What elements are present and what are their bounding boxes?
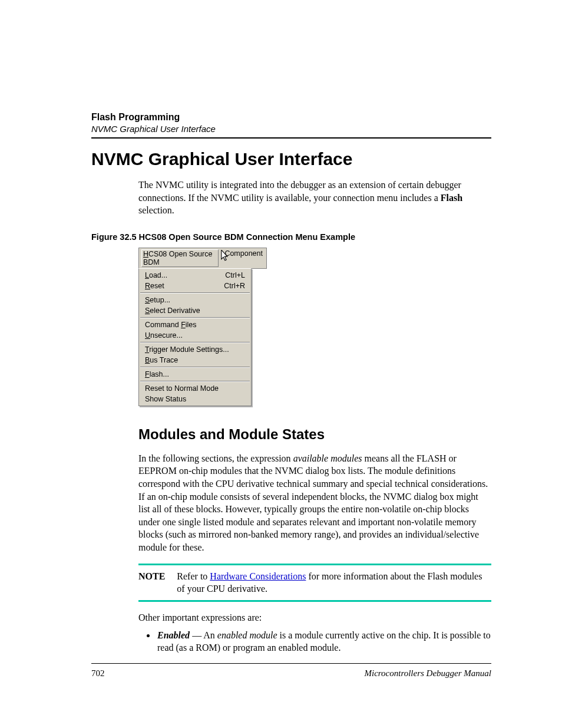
menu-separator	[140, 381, 250, 382]
section-name: NVMC Graphical User Interface	[91, 124, 491, 134]
accel-label: Ctrl+L	[225, 271, 245, 279]
menubar: HCS08 Open Source BDM Component	[138, 248, 267, 269]
page-title: NVMC Graphical User Interface	[91, 149, 491, 169]
intro-paragraph: The NVMC utility is integrated into the …	[138, 179, 491, 217]
link-hardware-considerations[interactable]: Hardware Considerations	[210, 571, 306, 581]
manual-title: Microcontrollers Debugger Manual	[364, 668, 491, 678]
intro-text-post: selection.	[138, 205, 174, 215]
subheading-modules: Modules and Module States	[138, 426, 491, 443]
note-box: NOTE Refer to Hardware Considerations fo…	[138, 564, 491, 602]
list-intro: Other important expressions are:	[138, 612, 491, 623]
header-rule	[91, 137, 491, 139]
menu-item-bus-trace[interactable]: Bus Trace	[139, 355, 251, 365]
menu-item-load[interactable]: Load...Ctrl+L	[139, 270, 251, 281]
intro-bold: Flash	[441, 193, 462, 203]
menu-item-unsecure[interactable]: Unsecure...	[139, 330, 251, 341]
expression-list: Enabled — An enabled module is a module …	[156, 629, 491, 654]
para1-em: available modules	[293, 453, 362, 463]
note-label: NOTE	[138, 570, 165, 595]
dropdown-menu: Load...Ctrl+L ResetCtrl+R Setup... Selec…	[138, 268, 252, 406]
chapter-name: Flash Programming	[91, 112, 491, 123]
note-text: Refer to Hardware Considerations for mor…	[177, 570, 491, 595]
para1-post: means all the FLASH or EEPROM on-chip mo…	[138, 453, 488, 552]
menu-item-flash[interactable]: Flash...	[139, 369, 251, 380]
page-number: 702	[91, 668, 105, 678]
menu-separator	[140, 342, 250, 343]
term-enabled: Enabled	[157, 630, 190, 640]
intro-text-pre: The NVMC utility is integrated into the …	[138, 180, 461, 203]
figure-caption: Figure 32.5 HCS08 Open Source BDM Connec…	[91, 232, 491, 242]
menu-item-show-status[interactable]: Show Status	[139, 394, 251, 404]
menu-item-reset-normal[interactable]: Reset to Normal Mode	[139, 383, 251, 394]
menubar-tab-hcs08[interactable]: HCS08 Open Source BDM	[141, 249, 219, 267]
menu-item-trigger-settings[interactable]: Trigger Module Settings...	[139, 344, 251, 355]
list-item-enabled: Enabled — An enabled module is a module …	[156, 629, 491, 654]
accel-label: Ctrl+R	[224, 282, 245, 290]
figure-menu-screenshot: HCS08 Open Source BDM Component Load...C…	[138, 248, 267, 406]
menu-separator	[140, 367, 250, 368]
para1-pre: In the following sections, the expressio…	[138, 453, 293, 463]
menubar-tab-component[interactable]: Component	[223, 249, 264, 267]
menu-separator	[140, 292, 250, 294]
menu-item-reset[interactable]: ResetCtrl+R	[139, 281, 251, 291]
menu-item-select-derivative[interactable]: Select Derivative	[139, 305, 251, 316]
running-header: Flash Programming NVMC Graphical User In…	[91, 112, 491, 134]
menu-item-command-files[interactable]: Command Files	[139, 319, 251, 330]
menu-separator	[140, 317, 250, 318]
page-footer: 702 Microcontrollers Debugger Manual	[91, 663, 491, 678]
menu-item-setup[interactable]: Setup...	[139, 295, 251, 305]
modules-paragraph: In the following sections, the expressio…	[138, 452, 491, 554]
